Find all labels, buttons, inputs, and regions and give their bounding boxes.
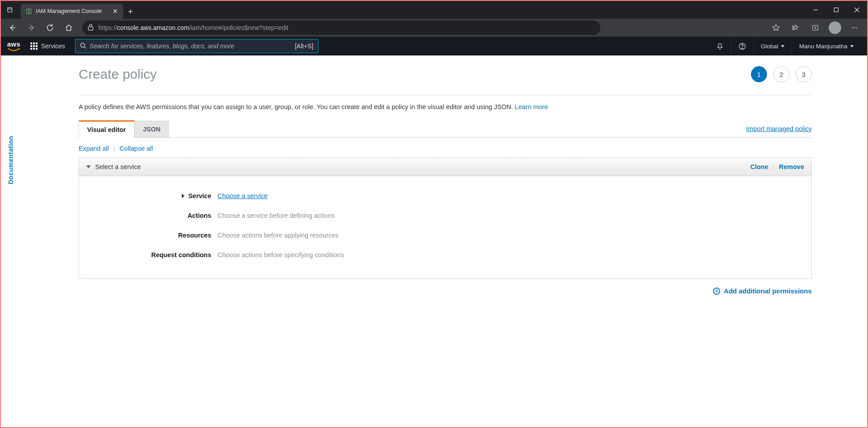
services-label: Services: [41, 42, 65, 50]
avatar-icon: [829, 21, 841, 34]
nav-back-button[interactable]: [4, 21, 21, 35]
step-1[interactable]: 1: [751, 66, 767, 82]
help-icon: [738, 42, 746, 50]
svg-rect-3: [834, 8, 839, 12]
svg-marker-9: [773, 25, 779, 31]
step-3[interactable]: 3: [796, 66, 812, 82]
svg-rect-0: [8, 8, 12, 12]
window-minimize-button[interactable]: [805, 1, 826, 19]
grid-icon: [30, 42, 38, 50]
svg-line-21: [84, 47, 86, 48]
url-path: /iam/home#/policies$new?step=edit: [189, 24, 288, 31]
notifications-button[interactable]: [709, 37, 731, 55]
tab-visual-editor[interactable]: Visual editor: [79, 120, 134, 138]
wizard-steps: 1 2 3: [751, 66, 812, 82]
help-button[interactable]: [731, 37, 753, 55]
more-button[interactable]: [846, 21, 864, 35]
clone-link[interactable]: Clone: [750, 163, 768, 170]
divider: [79, 95, 812, 95]
new-tab-button[interactable]: ＋: [123, 4, 138, 19]
svg-point-19: [856, 27, 857, 29]
import-managed-policy-link[interactable]: Import managed policy: [746, 125, 812, 132]
svg-point-17: [852, 27, 853, 29]
tab-title: IAM Management Console: [36, 8, 102, 14]
conditions-label: Request conditions: [151, 251, 211, 258]
search-shortcut: [Alt+S]: [295, 42, 314, 50]
resources-label: Resources: [178, 232, 211, 239]
search-icon: [80, 42, 86, 50]
url-host: console.aws.amazon.com: [117, 24, 189, 31]
favorite-button[interactable]: [767, 21, 785, 35]
section-header[interactable]: Select a service Clone | Remove: [79, 158, 811, 176]
svg-point-20: [80, 43, 84, 47]
aws-search-input[interactable]: Search for services, features, blogs, do…: [75, 39, 319, 53]
caret-down-icon: [850, 45, 854, 47]
collections-button[interactable]: [806, 21, 824, 35]
tab-json[interactable]: JSON: [134, 121, 169, 137]
choose-service-link[interactable]: Choose a service: [218, 192, 268, 199]
actions-placeholder: Choose a service before defining actions: [218, 212, 335, 219]
learn-more-link[interactable]: Learn more: [515, 103, 548, 110]
tab-favicon-icon: ⚿: [26, 8, 32, 15]
caret-down-icon: [781, 45, 784, 47]
resources-placeholder: Choose actions before applying resources: [218, 232, 339, 239]
expand-all-link[interactable]: Expand all: [79, 145, 109, 152]
remove-link[interactable]: Remove: [779, 163, 804, 170]
chevron-right-icon: [182, 194, 185, 198]
services-button[interactable]: Services: [27, 41, 69, 51]
address-bar[interactable]: https://console.aws.amazon.com/iam/home#…: [82, 21, 600, 35]
nav-home-button[interactable]: [61, 21, 77, 35]
aws-logo[interactable]: aws: [7, 41, 21, 52]
nav-forward-button[interactable]: [23, 21, 39, 35]
chevron-down-icon: [86, 165, 91, 168]
service-label: Service: [188, 192, 211, 199]
collapse-all-link[interactable]: Collapse all: [120, 145, 153, 152]
nav-refresh-button[interactable]: [42, 21, 58, 35]
window-close-button[interactable]: [847, 1, 867, 19]
svg-point-23: [742, 48, 742, 48]
url-scheme: https://: [98, 24, 117, 31]
documentation-tab[interactable]: Documentation: [7, 136, 14, 184]
section-title: Select a service: [95, 163, 141, 170]
account-menu[interactable]: Manu Manjunatha: [792, 37, 861, 55]
aws-smile-icon: [8, 47, 20, 52]
plus-circle-icon: +: [713, 288, 720, 295]
step-2[interactable]: 2: [773, 66, 789, 82]
site-info-icon[interactable]: [87, 23, 95, 33]
favorites-bar-button[interactable]: [787, 21, 805, 35]
search-placeholder: Search for services, features, blogs, do…: [90, 42, 235, 50]
policy-description: A policy defines the AWS permissions tha…: [79, 103, 812, 110]
conditions-placeholder: Choose actions before specifying conditi…: [218, 251, 344, 258]
window-maximize-button[interactable]: [826, 1, 847, 19]
actions-label: Actions: [188, 212, 211, 219]
profile-button[interactable]: [826, 21, 844, 35]
svg-point-18: [854, 27, 855, 29]
bell-icon: [716, 42, 724, 50]
tab-close-button[interactable]: ✕: [113, 8, 118, 15]
permissions-section: Select a service Clone | Remove Service …: [79, 157, 812, 279]
region-selector[interactable]: Global: [753, 37, 792, 55]
page-title: Create policy: [79, 67, 157, 82]
tab-actions-button[interactable]: [1, 1, 19, 19]
svg-rect-8: [88, 26, 93, 30]
add-additional-permissions-link[interactable]: + Add additional permissions: [713, 287, 812, 295]
browser-tab[interactable]: ⚿ IAM Management Console ✕: [21, 4, 123, 19]
